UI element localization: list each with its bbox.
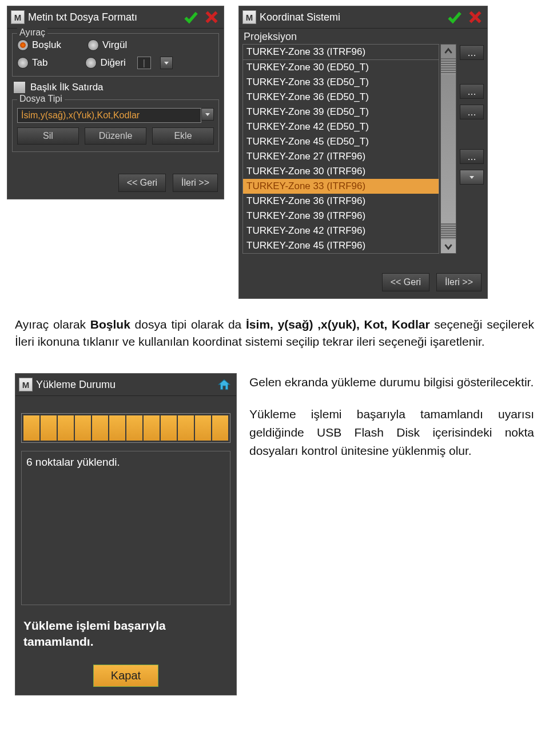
scrollbar[interactable] [440, 44, 456, 254]
projection-list-item[interactable]: TURKEY-Zone 39 (ED50_T) [243, 105, 439, 119]
next-button[interactable]: İleri >> [173, 174, 218, 192]
radio-digeri[interactable]: Diğeri [85, 57, 125, 69]
projection-list-item[interactable]: TURKEY-Zone 30 (ITRF96) [243, 164, 439, 179]
browse-button[interactable]: ... [460, 45, 484, 60]
projection-list[interactable]: TURKEY-Zone 33 (ITRF96) TURKEY-Zone 30 (… [242, 44, 439, 254]
file-type-fieldset: Dosya Tipi İsim,y(sağ),x(Yuk),Kot,Kodlar… [12, 99, 219, 152]
ok-button[interactable] [182, 9, 200, 26]
projection-list-item[interactable]: TURKEY-Zone 42 (ITRF96) [243, 223, 439, 238]
projection-list-item[interactable]: TURKEY-Zone 45 (ED50_T) [243, 134, 439, 149]
cancel-button[interactable] [467, 9, 484, 26]
scroll-up-icon[interactable] [441, 45, 456, 58]
progress-segment [109, 415, 125, 441]
side-p1: Gelen ekranda yükleme durumu bilgisi gös… [249, 373, 534, 391]
radio-dot-icon [17, 57, 29, 69]
completion-message: Yükleme işlemi başarıyla tamamlandı. [23, 618, 228, 650]
window-title: Metin txt Dosya Formatı [28, 11, 179, 23]
progress-segment [58, 415, 74, 441]
dialog-coordinate-system: M Koordinat Sistemi Projeksiyon TURKEY-Z… [238, 6, 488, 299]
back-button[interactable]: << Geri [118, 174, 166, 192]
radio-bosluk[interactable]: Boşluk [17, 39, 61, 51]
side-description: Gelen ekranda yükleme durumu bilgisi gös… [249, 373, 534, 474]
progress-segment [92, 415, 108, 441]
progress-segment [195, 415, 211, 441]
progress-segment [126, 415, 142, 441]
radio-dot-icon [85, 57, 97, 69]
browse-button[interactable]: ... [460, 84, 484, 99]
file-type-select[interactable]: İsim,y(sağ),x(Yuk),Kot,Kodlar [17, 108, 201, 123]
status-message: 6 noktalar yüklendi. [26, 456, 225, 469]
close-button[interactable]: Kapat [93, 665, 158, 687]
filetype-legend: Dosya Tipi [17, 94, 65, 104]
scroll-grip[interactable] [441, 223, 456, 239]
separator-fieldset: Ayıraç Boşluk Virgül Tab Diğeri | [12, 33, 219, 77]
dropdown-arrow-icon[interactable] [460, 170, 484, 185]
projection-list-item[interactable]: TURKEY-Zone 33 (ITRF96) [243, 179, 439, 194]
projection-list-item[interactable]: TURKEY-Zone 30 (ED50_T) [243, 60, 439, 75]
ok-button[interactable] [446, 9, 463, 26]
other-separator-input[interactable]: | [137, 57, 151, 69]
progress-segment [212, 415, 228, 441]
browse-button[interactable]: ... [460, 149, 484, 164]
dialog-upload-status: M Yükleme Durumu 6 noktalar yüklendi. Yü… [15, 373, 237, 695]
radio-dot-icon [17, 39, 29, 51]
projection-label: Projeksiyon [239, 29, 487, 44]
progress-bar [21, 413, 230, 443]
back-button[interactable]: << Geri [382, 273, 429, 291]
progress-segment [144, 415, 160, 441]
next-button[interactable]: İleri >> [436, 273, 482, 291]
home-icon[interactable] [216, 376, 233, 393]
progress-segment [75, 415, 91, 441]
projection-list-item[interactable]: TURKEY-Zone 33 (ED50_T) [243, 75, 439, 90]
dropdown-arrow-icon[interactable] [201, 108, 214, 121]
projection-list-item[interactable]: TURKEY-Zone 27 (ITRF96) [243, 149, 439, 164]
separator-legend: Ayıraç [17, 27, 47, 38]
window-title: Yükleme Durumu [36, 379, 212, 391]
checkbox-label: Başlık İlk Satırda [30, 82, 104, 93]
dialog-text-file-format: M Metin txt Dosya Formatı Ayıraç Boşluk … [7, 6, 224, 199]
titlebar: M Yükleme Durumu [15, 374, 236, 396]
scroll-grip[interactable] [441, 58, 456, 74]
delete-button[interactable]: Sil [17, 127, 79, 145]
projection-list-item[interactable]: TURKEY-Zone 45 (ITRF96) [243, 238, 439, 253]
browse-button[interactable]: ... [460, 105, 484, 119]
projection-list-item[interactable]: TURKEY-Zone 36 (ITRF96) [243, 194, 439, 209]
side-p2: Yükleme işlemi başarıyla tamamlandı uyar… [249, 405, 534, 460]
projection-list-item[interactable]: TURKEY-Zone 42 (ED50_T) [243, 119, 439, 134]
header-first-row-checkbox[interactable] [13, 81, 26, 94]
app-m-icon: M [19, 378, 33, 391]
scroll-down-icon[interactable] [441, 239, 456, 253]
radio-virgul[interactable]: Virgül [87, 39, 127, 51]
progress-segment [178, 415, 194, 441]
cancel-button[interactable] [203, 9, 220, 26]
app-m-icon: M [11, 10, 25, 24]
instruction-paragraph: Ayıraç olarak Boşluk dosya tipi olarak d… [15, 316, 534, 350]
projection-list-header[interactable]: TURKEY-Zone 33 (ITRF96) [243, 45, 439, 60]
edit-button[interactable]: Düzenle [85, 127, 146, 145]
app-m-icon: M [242, 10, 256, 24]
radio-dot-icon [87, 39, 99, 51]
progress-segment [41, 415, 57, 441]
window-title: Koordinat Sistemi [260, 11, 443, 23]
message-area: 6 noktalar yüklendi. [21, 451, 230, 605]
titlebar: M Koordinat Sistemi [239, 6, 487, 29]
side-buttons: ... ... ... ... [460, 44, 484, 254]
radio-tab[interactable]: Tab [17, 57, 47, 69]
add-button[interactable]: Ekle [152, 127, 214, 145]
progress-segment [161, 415, 177, 441]
projection-list-item[interactable]: TURKEY-Zone 36 (ED50_T) [243, 90, 439, 105]
projection-list-item[interactable]: TURKEY-Zone 39 (ITRF96) [243, 209, 439, 223]
dropdown-arrow-icon[interactable] [160, 57, 173, 69]
titlebar: M Metin txt Dosya Formatı [7, 6, 224, 29]
progress-segment [23, 415, 39, 441]
